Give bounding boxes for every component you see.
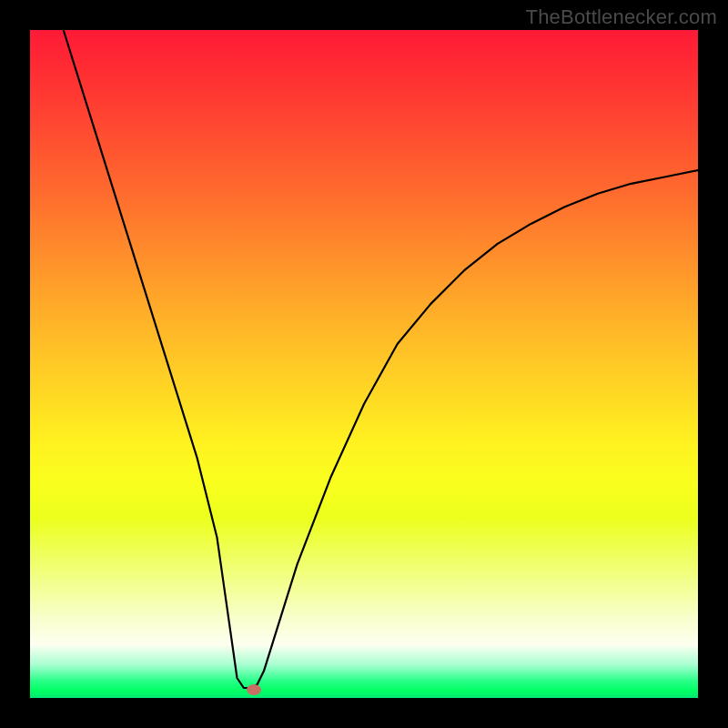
bottleneck-curve xyxy=(30,30,698,698)
minimum-marker-icon xyxy=(247,684,261,695)
watermark-label: TheBottlenecker.com xyxy=(526,5,717,29)
chart-frame: TheBottlenecker.com xyxy=(0,0,728,728)
plot-area xyxy=(30,30,698,698)
